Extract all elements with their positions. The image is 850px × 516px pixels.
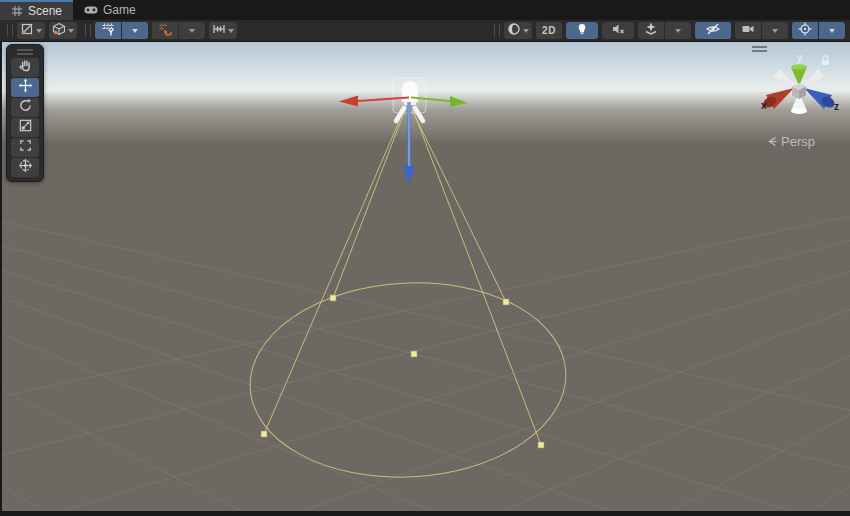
global-cube-icon xyxy=(52,22,66,40)
axis-x-label: x xyxy=(761,100,767,111)
view-2d-toggle[interactable]: 2D xyxy=(536,22,562,39)
grid-visibility-dropdown[interactable] xyxy=(122,22,148,39)
scale-icon xyxy=(18,118,33,137)
tab-bar: Scene Game xyxy=(0,0,850,20)
lock-icon[interactable] xyxy=(820,52,831,70)
pivot-icon xyxy=(20,22,34,40)
speaker-muted-icon xyxy=(611,22,625,40)
toolbar-drag-handle[interactable] xyxy=(7,24,13,37)
effects-toggle[interactable] xyxy=(638,22,664,39)
overlay-drag-handle[interactable] xyxy=(17,49,33,55)
chevron-down-icon xyxy=(675,29,681,33)
chevron-down-icon xyxy=(829,29,835,33)
rotate-icon xyxy=(18,98,33,117)
tab-scene[interactable]: Scene xyxy=(0,0,73,20)
move-gizmo-y-arrow xyxy=(403,166,415,184)
rect-icon xyxy=(18,138,33,157)
camera-settings-dropdown[interactable] xyxy=(762,22,788,39)
scene-visibility-toggle[interactable] xyxy=(695,22,731,39)
camera-settings-button[interactable] xyxy=(735,22,761,39)
transform-tool-button[interactable] xyxy=(11,158,39,177)
gizmos-dropdown[interactable] xyxy=(819,22,845,39)
tab-game-label: Game xyxy=(103,3,136,17)
axis-negx-cone xyxy=(803,69,825,86)
rotate-tool-button[interactable] xyxy=(11,98,39,117)
tool-palette-overlay xyxy=(6,44,44,182)
projection-label: Persp xyxy=(781,134,815,149)
audio-mute-toggle[interactable] xyxy=(602,22,634,39)
toolbar-drag-handle[interactable] xyxy=(494,24,500,37)
grid-visibility-toggle[interactable] xyxy=(95,22,121,39)
tool-handle-rotation-button[interactable] xyxy=(49,22,77,39)
chevron-down-icon xyxy=(772,29,778,33)
scene-lighting-toggle[interactable] xyxy=(566,22,598,39)
grid-snapping-dropdown[interactable] xyxy=(179,22,205,39)
gizmos-toggle[interactable] xyxy=(792,22,818,39)
tab-scene-label: Scene xyxy=(28,4,62,18)
persp-chevron-icon xyxy=(767,136,778,147)
grid-snapping-toggle[interactable] xyxy=(152,22,178,39)
tab-game[interactable]: Game xyxy=(73,0,147,20)
eye-slash-icon xyxy=(705,22,721,40)
axis-z-label: z xyxy=(834,101,839,112)
snap-magnet-icon xyxy=(158,22,172,40)
effects-star-icon xyxy=(644,22,658,40)
overlay-drag-handle[interactable] xyxy=(752,46,767,52)
move-tool-button[interactable] xyxy=(11,78,39,97)
draw-mode-dropdown[interactable] xyxy=(504,22,532,39)
spotlight-cone-handles[interactable] xyxy=(261,295,544,448)
toolbar-drag-handle[interactable] xyxy=(85,24,91,37)
snap-increment-button[interactable] xyxy=(209,22,237,39)
shaded-sphere-icon xyxy=(507,22,521,40)
move-arrows-icon xyxy=(18,78,33,97)
chevron-down-icon xyxy=(36,29,42,33)
rect-tool-button[interactable] xyxy=(11,138,39,157)
chevron-down-icon xyxy=(68,29,74,33)
grid-y-icon xyxy=(101,22,115,40)
effects-dropdown[interactable] xyxy=(665,22,691,39)
scene-toolbar: 2D xyxy=(0,20,850,42)
hand-icon xyxy=(18,58,33,77)
scale-tool-button[interactable] xyxy=(11,118,39,137)
chevron-down-icon xyxy=(132,29,138,33)
increment-ruler-icon xyxy=(212,22,226,40)
axis-negz-cone xyxy=(773,69,795,86)
chevron-down-icon xyxy=(523,29,529,33)
scene-gizmo-layer: y x z xyxy=(2,42,850,511)
unity-editor-window: Scene Game xyxy=(0,0,850,516)
chevron-down-icon xyxy=(228,29,234,33)
transform-icon xyxy=(18,158,33,177)
axis-y-label: y xyxy=(797,51,803,63)
scene-viewport[interactable]: y x z xyxy=(2,42,850,511)
gamepad-icon xyxy=(84,5,98,15)
projection-toggle[interactable]: Persp xyxy=(767,134,815,149)
tool-handle-position-button[interactable] xyxy=(17,22,45,39)
lightbulb-icon xyxy=(575,22,589,40)
ground-grid xyxy=(2,88,850,511)
view-tool-button[interactable] xyxy=(11,58,39,77)
gizmos-crosshair-icon xyxy=(798,22,812,40)
move-gizmo-z-arrow xyxy=(450,96,468,107)
grid-icon xyxy=(11,5,23,17)
view-2d-label: 2D xyxy=(542,25,556,36)
chevron-down-icon xyxy=(189,29,195,33)
move-gizmo-x-arrow xyxy=(339,96,358,107)
camera-icon xyxy=(741,22,755,40)
